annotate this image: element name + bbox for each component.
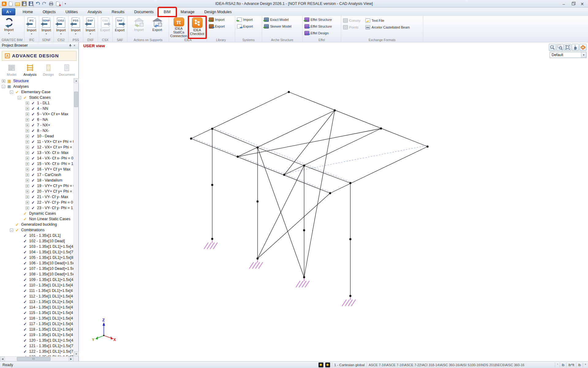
expand-icon[interactable]: + (26, 179, 29, 182)
expand-icon[interactable]: + (26, 140, 29, 144)
tree-item[interactable]: ✓115 - 1.35x[1 DL1]+1.5x[4 NN] (0, 310, 74, 316)
tree-item[interactable]: ✓106 - 1.35x[10 Dead]+1.5x[4 NN (0, 260, 74, 266)
tree-item[interactable]: ✓111 - 1.35x[1 DL1]+1.5x[4 NN] (0, 288, 74, 293)
systems-import-button[interactable]: Import (236, 17, 261, 23)
structural-node[interactable] (211, 128, 213, 130)
coordinate-system-label[interactable]: 1 - Cartesian global (334, 363, 365, 367)
cis2-import-button[interactable]: CIS2 Import▾ (55, 17, 67, 38)
structural-node[interactable] (257, 258, 259, 260)
tree-item[interactable]: -✓Static Cases (0, 95, 74, 100)
tree-item[interactable]: +✓22 - VY- Cf y- Phi = 0 (0, 200, 74, 205)
structural-member[interactable] (191, 92, 289, 139)
tree-item[interactable]: ✓103 - 1.35x[1 DL1]+1.5x[4 NN] (0, 244, 74, 249)
mode-document[interactable]: Document (59, 64, 75, 76)
unit-cell[interactable]: ° (583, 362, 588, 367)
library-export-button[interactable]: Export (208, 23, 234, 29)
scroll-up-button[interactable]: ▲ (74, 78, 79, 83)
structural-node[interactable] (349, 295, 352, 297)
tree-item[interactable]: +✓18 - Vandalism (0, 178, 74, 183)
tree-item[interactable]: +▦Structure (0, 78, 74, 84)
ifc-import-button[interactable]: IFC Import▾ (25, 17, 38, 38)
expand-icon[interactable]: + (26, 118, 29, 121)
tree-item[interactable]: ✓112 - 1.35x[1 DL1]+1.5x[4 NN] (0, 293, 74, 299)
expand-icon[interactable]: + (26, 162, 29, 166)
structural-node[interactable] (380, 128, 382, 130)
tree-item[interactable]: +✓5 - VX+ Cf x+ Max (0, 111, 74, 117)
tree-item[interactable]: ✓120 - 1.35x[1 DL1]+1.5x[4 NN]+ (0, 338, 74, 343)
actions-export-button[interactable]: Export (149, 17, 165, 38)
expand-icon[interactable]: + (26, 157, 29, 160)
open-file-button[interactable] (15, 1, 20, 6)
structural-node[interactable] (257, 201, 259, 203)
tree-item[interactable]: ✓Generalized buckling (0, 222, 74, 227)
structural-node[interactable] (303, 229, 305, 232)
tree-item[interactable]: ✓101 - 1.35x[1 DL1] (0, 233, 74, 238)
structural-node[interactable] (303, 276, 305, 278)
structural-member[interactable] (238, 110, 335, 157)
tree-item[interactable]: -✓Elementary Case (0, 89, 74, 95)
workplane-icon[interactable] (325, 362, 330, 367)
structural-node[interactable] (237, 156, 239, 158)
tree-item[interactable]: +✓14 - VX- Cf x- Phi = 0 (0, 155, 74, 161)
scroll-right-button[interactable]: ▶ (69, 357, 74, 362)
tree-item[interactable]: ✓123 - 1.35x[1 DL1]+1.5x[7 NX+] (0, 354, 74, 356)
tree-item[interactable]: +✓19 - VY+ Cf y+ Phi = 0 (0, 183, 74, 189)
expand-icon[interactable]: + (26, 135, 29, 138)
tree-item[interactable]: ✓114 - 1.35x[1 DL1]+1.5x[4 NN] (0, 305, 74, 310)
tree-item[interactable]: +✓12 - VX+ Cf x+ Phi = 1 (0, 144, 74, 150)
expand-icon[interactable]: + (26, 190, 29, 193)
tree-item[interactable]: +✓13 - VX- Cf x- Max (0, 150, 74, 155)
tree-item[interactable]: ✓118 - 1.35x[1 DL1]+1.5x[4 NN] (0, 327, 74, 332)
coordinate-system-icon[interactable] (318, 362, 323, 367)
structural-member[interactable] (289, 92, 428, 147)
pss-import-button[interactable]: PSS Import▾ (70, 17, 82, 38)
structural-node[interactable] (303, 165, 305, 167)
tab-bim[interactable]: BIM (159, 8, 176, 16)
structural-node[interactable] (288, 91, 290, 93)
tree-item[interactable]: +✓11 - VX+ Cf x+ Phi = 0 (0, 139, 74, 144)
construction-line[interactable] (284, 145, 428, 174)
tree-item[interactable]: ✓110 - 1.35x[1 DL1]+1.5x[4 NN] (0, 282, 74, 288)
expand-icon[interactable]: + (26, 102, 29, 105)
restore-button[interactable] (568, 0, 578, 8)
structural-node[interactable] (211, 184, 213, 186)
tree-item[interactable]: +✓7 - NX+ (0, 122, 74, 128)
combobox-dropdown-button[interactable]: ▼ (581, 52, 586, 58)
tab-manage[interactable]: Manage (176, 8, 199, 16)
tab-documents[interactable]: Documents (129, 8, 158, 16)
expand-icon[interactable]: + (26, 151, 29, 155)
zoom-window-button[interactable] (556, 44, 564, 51)
structural-node[interactable] (211, 238, 213, 240)
tree-item[interactable]: +✓20 - VY+ Cf y+ Phi = 1 (0, 189, 74, 194)
structural-member[interactable] (258, 148, 304, 277)
expand-icon[interactable]: + (26, 129, 29, 132)
unit-cell[interactable]: lb (576, 362, 583, 367)
save-button[interactable] (21, 1, 27, 6)
structural-member[interactable] (304, 166, 350, 183)
unit-cell[interactable]: ' (555, 362, 560, 367)
dxf-import-button[interactable]: DXF Import▾ (84, 17, 96, 38)
close-file-button[interactable]: ✕ (55, 1, 61, 6)
close-button[interactable]: ✕ (578, 0, 587, 8)
tab-analysis[interactable]: Analysis (83, 8, 107, 16)
expand-icon[interactable]: + (26, 113, 29, 116)
scroll-down-button[interactable]: ▼ (74, 351, 79, 356)
tree-item[interactable]: ✓119 - 1.35x[1 DL1]+1.5x[4 NN]+ (0, 332, 74, 338)
structural-node[interactable] (349, 182, 352, 184)
collapse-icon[interactable]: - (10, 90, 13, 94)
tree-item[interactable]: +✓17 - CarCrash (0, 172, 74, 178)
structural-node[interactable] (427, 146, 429, 148)
tab-objects[interactable]: Objects (38, 8, 60, 16)
minimize-button[interactable]: – (559, 0, 568, 8)
tree-item[interactable]: -⊞Analyses (0, 84, 74, 89)
expand-icon[interactable]: + (26, 173, 29, 177)
orbit-button[interactable] (579, 44, 586, 51)
tree-horizontal-scrollbar[interactable]: ◀ ⦀⦀ ▶ (0, 356, 74, 361)
mode-model[interactable]: Model (4, 64, 20, 76)
text-file-button[interactable]: Text File (364, 17, 411, 24)
tree-item[interactable]: ✓104 - 1.35x[1 DL1]+1.5x[7 NX+] (0, 249, 74, 255)
structural-node[interactable] (257, 147, 259, 149)
library-import-button[interactable]: Import (208, 17, 234, 23)
toolbar-options-button[interactable]: ▾ (65, 2, 66, 5)
graitec-bim-import-button[interactable]: Import▾ (1, 17, 17, 38)
